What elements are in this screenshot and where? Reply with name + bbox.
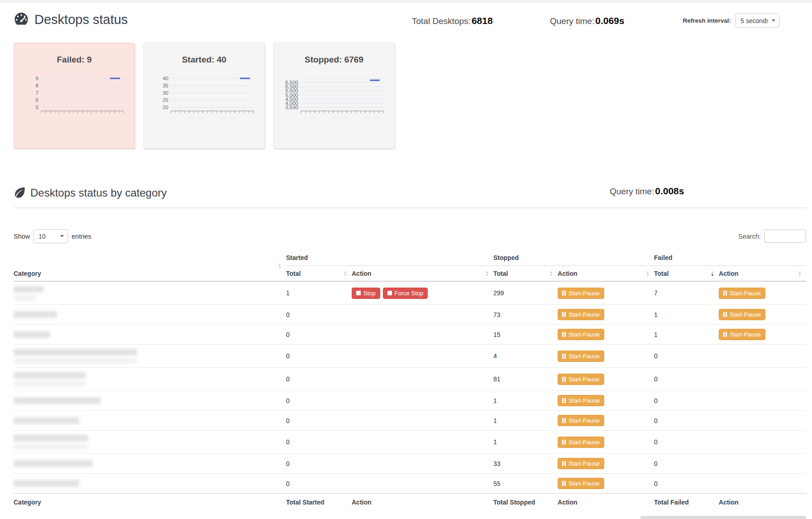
- section-query-time-stat: Query time:0.008s: [610, 186, 684, 197]
- pause-icon: [562, 461, 564, 466]
- stopped-action-cell: Start-Pause: [558, 391, 654, 411]
- failed-total-cell: 0: [654, 454, 719, 474]
- start-pause-button[interactable]: Start-Pause: [558, 437, 604, 448]
- section-title: Desktops status by category: [30, 187, 167, 199]
- search-input[interactable]: [764, 230, 806, 243]
- pause-icon: [562, 291, 564, 296]
- failed-action-cell: [719, 391, 806, 411]
- query-time-stat: Query time:0.069s: [550, 15, 624, 26]
- stopped-total-cell: 1: [493, 391, 558, 411]
- stopped-status-card: Stopped: 6769 6,5006,0005,5005,0004,5004…: [273, 43, 395, 149]
- query-time-label: Query time:: [550, 16, 594, 26]
- redacted-category-name: [14, 381, 86, 386]
- start-pause-button[interactable]: Start-Pause: [558, 329, 604, 340]
- table-row: 055Start-Pause0: [14, 474, 806, 494]
- footer-header-total-started: Total Started: [286, 494, 352, 511]
- force-stop-button[interactable]: Force Stop: [383, 288, 428, 299]
- table-footer-bar: Showing 1 to 10 of 140 entries Previous1…: [14, 516, 806, 519]
- svg-text:35: 35: [162, 83, 168, 88]
- start-pause-button[interactable]: Start-Pause: [558, 415, 604, 426]
- leaf-icon: [14, 186, 26, 200]
- stopped-action-cell: Start-Pause: [558, 281, 654, 305]
- category-cell: [14, 281, 286, 305]
- table-row: 081Start-Pause0: [14, 368, 806, 391]
- redacted-category-name: [14, 295, 36, 300]
- redacted-category-name: [14, 480, 79, 487]
- failed-card-title: Failed: 9: [14, 55, 134, 65]
- stop-button[interactable]: Stop: [352, 288, 380, 299]
- start-pause-button[interactable]: Start-Pause: [558, 351, 604, 362]
- start-pause-button[interactable]: Start-Pause: [719, 288, 765, 299]
- redacted-category-name: [14, 372, 86, 379]
- start-pause-button[interactable]: Start-Pause: [558, 374, 604, 385]
- column-header-stopped-action[interactable]: Action ▲▼: [558, 266, 654, 282]
- column-header-started-total[interactable]: Total ▲▼: [286, 266, 352, 282]
- failed-total-cell: 0: [654, 431, 719, 454]
- page-size-select[interactable]: 10: [33, 229, 68, 243]
- category-table-body: 1StopForce Stop299Start-Pause7Start-Paus…: [14, 281, 806, 494]
- column-header-failed-action[interactable]: Action ▲▼: [719, 266, 806, 282]
- failed-total-cell: 7: [654, 281, 719, 305]
- column-header-failed-total[interactable]: Total ▲▼: [654, 266, 719, 282]
- redacted-category-name: [14, 331, 50, 338]
- failed-action-cell: [719, 454, 806, 474]
- failed-total-cell: 0: [654, 391, 719, 411]
- stopped-action-cell: Start-Pause: [558, 368, 654, 391]
- start-pause-button[interactable]: Start-Pause: [719, 309, 765, 320]
- svg-text:20: 20: [162, 105, 168, 110]
- group-header-failed: Failed: [654, 250, 806, 266]
- column-header-stopped-total[interactable]: Total ▲▼: [493, 266, 558, 282]
- table-row: 01Start-Pause0: [14, 391, 806, 411]
- start-pause-button[interactable]: Start-Pause: [719, 329, 765, 340]
- category-cell: [14, 431, 286, 454]
- start-pause-button[interactable]: Start-Pause: [558, 395, 604, 406]
- started-action-cell: [352, 325, 493, 345]
- started-total-cell: 0: [286, 391, 352, 411]
- redacted-category-name: [14, 417, 79, 424]
- section-divider: [14, 207, 806, 208]
- pause-icon: [562, 418, 564, 423]
- failed-action-cell: [719, 411, 806, 431]
- failed-action-cell: [719, 368, 806, 391]
- start-pause-button[interactable]: Start-Pause: [558, 458, 604, 469]
- sort-icon: ▲▼: [646, 270, 650, 277]
- refresh-interval-select[interactable]: 5 seconds: [736, 14, 779, 28]
- failed-action-cell: [719, 345, 806, 368]
- svg-text:7: 7: [36, 90, 38, 96]
- footer-header-started-action: Action: [352, 494, 493, 511]
- started-total-cell: 0: [286, 474, 352, 494]
- pagination: Previous12345…14Next: [640, 516, 806, 519]
- category-section-header: Desktops status by category Query time:0…: [14, 185, 806, 201]
- failed-action-cell: Start-Pause: [719, 325, 806, 345]
- start-pause-button[interactable]: Start-Pause: [558, 309, 604, 320]
- category-cell: [14, 411, 286, 431]
- pause-icon: [562, 481, 564, 486]
- started-total-cell: 0: [286, 454, 352, 474]
- start-pause-button[interactable]: Start-Pause: [558, 478, 604, 489]
- pause-icon: [562, 440, 564, 445]
- column-header-category[interactable]: Category ▲▼: [14, 250, 286, 281]
- svg-text:3,500: 3,500: [285, 105, 298, 110]
- stopped-action-cell: Start-Pause: [558, 345, 654, 368]
- pause-icon: [723, 312, 725, 317]
- svg-text:8: 8: [36, 83, 38, 88]
- pause-icon: [562, 312, 564, 317]
- total-desktops-stat: Total Desktops:6818: [412, 15, 493, 26]
- started-total-cell: 0: [286, 411, 352, 431]
- started-total-cell: 1: [286, 281, 352, 305]
- sort-icon: ▲▼: [549, 270, 553, 277]
- section-query-time-label: Query time:: [610, 187, 654, 196]
- svg-text:6: 6: [36, 97, 38, 103]
- stopped-action-cell: Start-Pause: [558, 474, 654, 494]
- footer-header-failed-action: Action: [719, 494, 806, 511]
- section-query-time-value: 0.008s: [655, 186, 684, 196]
- start-pause-button[interactable]: Start-Pause: [558, 288, 604, 299]
- sort-icon-descending-active: ▲▼: [711, 270, 714, 277]
- svg-text:5: 5: [36, 105, 38, 110]
- failed-total-cell: 0: [654, 345, 719, 368]
- stopped-total-cell: 299: [493, 281, 558, 305]
- stopped-total-cell: 4: [493, 345, 558, 368]
- table-footer-row: Category Total Started Action Total Stop…: [14, 494, 806, 511]
- column-header-started-action[interactable]: Action ▲▼: [352, 266, 493, 282]
- failed-total-cell: 0: [654, 474, 719, 494]
